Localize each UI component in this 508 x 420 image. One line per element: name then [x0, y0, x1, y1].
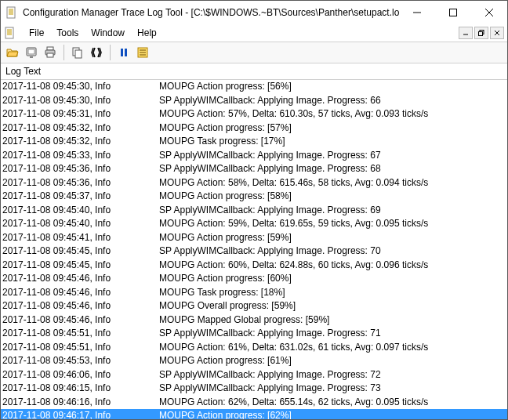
log-body[interactable]: 2017-11-08 09:45:30, InfoMOUPG Action pr…: [1, 80, 507, 419]
highlight-button[interactable]: [134, 44, 151, 61]
log-timestamp: 2017-11-08 09:46:17, Info: [2, 409, 159, 419]
log-row[interactable]: 2017-11-08 09:45:51, InfoMOUPG Action: 6…: [1, 341, 507, 355]
log-message: SP ApplyWIMCallback: Applying Image. Pro…: [159, 327, 507, 341]
log-timestamp: 2017-11-08 09:45:51, Info: [2, 327, 159, 341]
log-row[interactable]: 2017-11-08 09:45:37, InfoMOUPG Action pr…: [1, 190, 507, 204]
log-message: MOUPG Task progress: [17%]: [159, 135, 507, 149]
menu-window[interactable]: Window: [85, 26, 131, 40]
log-row[interactable]: 2017-11-08 09:45:36, InfoMOUPG Action: 5…: [1, 176, 507, 190]
log-message: SP ApplyWIMCallback: Applying Image. Pro…: [159, 149, 507, 163]
log-row[interactable]: 2017-11-08 09:45:33, InfoSP ApplyWIMCall…: [1, 149, 507, 163]
window: Configuration Manager Trace Log Tool - […: [0, 0, 508, 420]
log-message: MOUPG Action: 57%, Delta: 610.30s, 57 ti…: [159, 107, 507, 121]
log-row[interactable]: 2017-11-08 09:45:40, InfoSP ApplyWIMCall…: [1, 204, 507, 218]
log-row[interactable]: 2017-11-08 09:46:15, InfoSP ApplyWIMCall…: [1, 382, 507, 396]
log-timestamp: 2017-11-08 09:46:15, Info: [2, 382, 159, 396]
close-button[interactable]: [471, 1, 507, 24]
log-message: SP ApplyWIMCallback: Applying Image. Pro…: [159, 204, 507, 218]
maximize-button[interactable]: [435, 1, 471, 24]
mdi-minimize-button[interactable]: [459, 27, 473, 39]
window-title: Configuration Manager Trace Log Tool - […: [23, 7, 399, 18]
log-timestamp: 2017-11-08 09:45:53, Info: [2, 354, 159, 368]
log-message: MOUPG Mapped Global progress: [59%]: [159, 313, 507, 328]
app-icon: [5, 6, 18, 19]
toolbar-separator: [64, 45, 64, 60]
open-button[interactable]: [4, 44, 21, 61]
log-row[interactable]: 2017-11-08 09:45:41, InfoMOUPG Action pr…: [1, 231, 507, 245]
log-timestamp: 2017-11-08 09:46:06, Info: [2, 368, 159, 382]
log-row[interactable]: 2017-11-08 09:45:53, InfoMOUPG Action pr…: [1, 354, 507, 368]
svg-rect-21: [30, 56, 33, 58]
log-row[interactable]: 2017-11-08 09:45:36, InfoSP ApplyWIMCall…: [1, 162, 507, 176]
log-timestamp: 2017-11-08 09:45:40, Info: [2, 204, 159, 218]
log-row[interactable]: 2017-11-08 09:45:30, InfoSP ApplyWIMCall…: [1, 94, 507, 108]
log-timestamp: 2017-11-08 09:45:41, Info: [2, 231, 159, 245]
log-timestamp: 2017-11-08 09:45:32, Info: [2, 121, 159, 136]
print-button[interactable]: [42, 44, 59, 61]
log-row[interactable]: 2017-11-08 09:45:32, InfoMOUPG Action pr…: [1, 121, 507, 136]
log-message: MOUPG Action progress: [58%]: [159, 190, 507, 204]
log-timestamp: 2017-11-08 09:45:37, Info: [2, 190, 159, 204]
log-timestamp: 2017-11-08 09:45:46, Info: [2, 272, 159, 286]
log-message: MOUPG Action: 59%, Delta: 619.65s, 59 ti…: [159, 217, 507, 231]
log-row[interactable]: 2017-11-08 09:45:31, InfoMOUPG Action: 5…: [1, 107, 507, 121]
menu-file[interactable]: File: [23, 26, 50, 40]
window-controls: [399, 1, 507, 24]
svg-rect-28: [125, 49, 127, 56]
log-row[interactable]: 2017-11-08 09:45:51, InfoSP ApplyWIMCall…: [1, 327, 507, 341]
svg-rect-27: [121, 49, 123, 56]
log-message: MOUPG Action: 60%, Delta: 624.88s, 60 ti…: [159, 259, 507, 273]
log-row[interactable]: 2017-11-08 09:45:46, InfoMOUPG Mapped Gl…: [1, 313, 507, 328]
svg-rect-22: [47, 47, 53, 50]
log-timestamp: 2017-11-08 09:45:36, Info: [2, 162, 159, 176]
log-timestamp: 2017-11-08 09:45:45, Info: [2, 244, 159, 259]
log-timestamp: 2017-11-08 09:45:31, Info: [2, 107, 159, 121]
preview-button[interactable]: [23, 44, 40, 61]
svg-rect-26: [75, 50, 82, 58]
log-row[interactable]: 2017-11-08 09:46:17, InfoMOUPG Action pr…: [1, 409, 507, 419]
log-timestamp: 2017-11-08 09:45:30, Info: [2, 94, 159, 108]
log-row[interactable]: 2017-11-08 09:45:46, InfoMOUPG Task prog…: [1, 286, 507, 300]
log-area: Log Text 2017-11-08 09:45:30, InfoMOUPG …: [1, 63, 507, 419]
log-row[interactable]: 2017-11-08 09:45:46, InfoMOUPG Overall p…: [1, 299, 507, 313]
find-button[interactable]: [88, 44, 105, 61]
mdi-restore-button[interactable]: [474, 27, 488, 39]
log-message: MOUPG Overall progress: [59%]: [159, 299, 507, 313]
log-message: SP ApplyWIMCallback: Applying Image. Pro…: [159, 368, 507, 382]
log-row[interactable]: 2017-11-08 09:45:46, InfoMOUPG Action pr…: [1, 272, 507, 286]
svg-rect-20: [28, 49, 34, 54]
log-row[interactable]: 2017-11-08 09:45:32, InfoMOUPG Task prog…: [1, 135, 507, 149]
menu-help[interactable]: Help: [131, 26, 163, 40]
log-message: SP ApplyWIMCallback: Applying Image. Pro…: [159, 244, 507, 259]
menu-tools[interactable]: Tools: [50, 26, 85, 40]
log-timestamp: 2017-11-08 09:45:51, Info: [2, 341, 159, 355]
log-message: MOUPG Action: 61%, Delta: 631.02s, 61 ti…: [159, 341, 507, 355]
log-message: MOUPG Action: 58%, Delta: 615.46s, 58 ti…: [159, 176, 507, 190]
svg-rect-16: [479, 32, 483, 36]
log-message: MOUPG Action progress: [60%]: [159, 272, 507, 286]
log-row[interactable]: 2017-11-08 09:45:45, InfoSP ApplyWIMCall…: [1, 244, 507, 259]
log-timestamp: 2017-11-08 09:45:45, Info: [2, 259, 159, 273]
document-icon[interactable]: [4, 27, 16, 39]
log-message: MOUPG Action progress: [62%]: [159, 409, 507, 419]
minimize-button[interactable]: [399, 1, 435, 24]
log-timestamp: 2017-11-08 09:45:40, Info: [2, 217, 159, 231]
svg-rect-6: [450, 9, 457, 16]
titlebar[interactable]: Configuration Manager Trace Log Tool - […: [1, 1, 507, 24]
log-row[interactable]: 2017-11-08 09:45:30, InfoMOUPG Action pr…: [1, 80, 507, 94]
log-timestamp: 2017-11-08 09:45:46, Info: [2, 299, 159, 313]
log-row[interactable]: 2017-11-08 09:46:16, InfoMOUPG Action: 6…: [1, 396, 507, 410]
pause-button[interactable]: [115, 44, 132, 61]
mdi-controls: [457, 27, 507, 39]
log-timestamp: 2017-11-08 09:45:32, Info: [2, 135, 159, 149]
log-column-header[interactable]: Log Text: [1, 63, 507, 80]
log-row[interactable]: 2017-11-08 09:45:40, InfoMOUPG Action: 5…: [1, 217, 507, 231]
log-timestamp: 2017-11-08 09:45:36, Info: [2, 176, 159, 190]
mdi-close-button[interactable]: [490, 27, 504, 39]
toolbar-separator: [110, 45, 111, 60]
log-row[interactable]: 2017-11-08 09:45:45, InfoMOUPG Action: 6…: [1, 259, 507, 273]
log-row[interactable]: 2017-11-08 09:46:06, InfoSP ApplyWIMCall…: [1, 368, 507, 382]
log-message: SP ApplyWIMCallback: Applying Image. Pro…: [159, 94, 507, 108]
copy-button[interactable]: [69, 44, 86, 61]
menubar: File Tools Window Help: [1, 24, 507, 42]
